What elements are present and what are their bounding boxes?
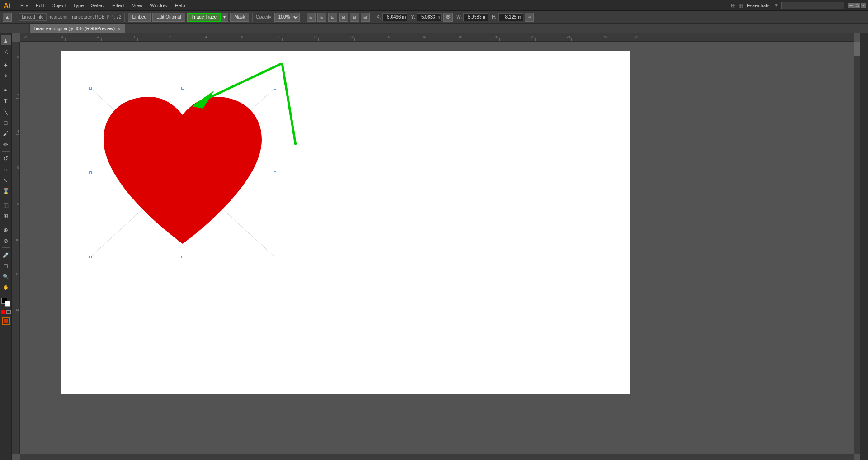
- constrain-icon[interactable]: ✂: [525, 13, 534, 22]
- menu-select[interactable]: Select: [87, 2, 108, 9]
- color-selector[interactable]: [1, 297, 11, 307]
- canvas-content[interactable]: [20, 42, 854, 454]
- reflect-tool[interactable]: ↔: [1, 164, 11, 174]
- artboard-icon[interactable]: [2, 317, 10, 325]
- menu-type[interactable]: Type: [70, 2, 88, 9]
- ruler-tick-h-3: [137, 38, 138, 41]
- menubar: Ai File Edit Object Type Select Effect V…: [0, 0, 868, 11]
- menu-edit[interactable]: Edit: [32, 2, 48, 9]
- fill-indicator[interactable]: [1, 310, 5, 314]
- link-icon[interactable]: ⛓: [443, 13, 453, 22]
- heart-image: [90, 88, 275, 257]
- align-icon-5[interactable]: ⊟: [350, 13, 359, 22]
- pencil-tool[interactable]: ✏: [1, 139, 11, 149]
- close-button[interactable]: ×: [861, 3, 866, 8]
- gradient-tool[interactable]: ◫: [1, 200, 11, 210]
- zoom-tool[interactable]: 🔍: [1, 271, 11, 281]
- ruler-mark-h-11: 16: [422, 35, 426, 38]
- opacity-select[interactable]: 100% 75% 50%: [274, 13, 300, 22]
- align-icon-2[interactable]: ⊟: [317, 13, 326, 22]
- ruler-mark-h-2: -2: [97, 35, 99, 38]
- panel-right: [860, 33, 868, 460]
- arrange-icon[interactable]: ⊞: [731, 2, 736, 9]
- background-color[interactable]: [5, 301, 10, 307]
- scroll-thumb-right[interactable]: [854, 42, 860, 56]
- blend-tool[interactable]: ⊕: [1, 225, 11, 235]
- canvas-area: -6 -4 -2 0 2 4 6 8 10 12 14: [12, 33, 860, 460]
- mesh-tool[interactable]: ⊞: [1, 211, 11, 221]
- menu-effect[interactable]: Effect: [108, 2, 128, 9]
- menu-help[interactable]: Help: [171, 2, 189, 9]
- tab-close-button[interactable]: ×: [118, 26, 120, 32]
- image-trace-button[interactable]: Image Trace: [187, 13, 222, 22]
- fill-stroke-row: [1, 310, 11, 314]
- scale-tool[interactable]: ⤡: [1, 175, 11, 185]
- ruler-tick-h-2: [101, 38, 102, 41]
- linked-file-label: Linked File: [19, 13, 47, 21]
- align-icon-4[interactable]: ⊠: [339, 13, 348, 22]
- workspace-selector[interactable]: Essentials: [747, 3, 769, 8]
- line-tool[interactable]: ╲: [1, 107, 11, 117]
- toolbar-divider-3: [2, 151, 10, 152]
- ruler-mark-h-17: 28: [635, 35, 638, 38]
- ruler-tick-h-10: [391, 38, 391, 41]
- lasso-tool[interactable]: ⌖: [1, 71, 11, 81]
- x-label: X:: [377, 14, 381, 19]
- x-input[interactable]: [382, 13, 407, 21]
- menu-file[interactable]: File: [17, 2, 32, 9]
- document-tab[interactable]: heart-earrings.ai @ 80% (RGB/Preview) ×: [29, 24, 125, 33]
- stroke-indicator[interactable]: [6, 310, 11, 314]
- ruler-tick-h-14: [535, 38, 536, 41]
- image-trace-dropdown[interactable]: ▾: [221, 13, 228, 22]
- shaper-tool[interactable]: ⌛: [1, 186, 11, 196]
- ruler-mark-h-7: 8: [278, 35, 279, 38]
- eraser-tool[interactable]: ◻: [1, 261, 11, 270]
- align-icon-6[interactable]: ⊞: [361, 13, 370, 22]
- controlbar: ▲ Linked File heart.png Transparent RGB …: [0, 11, 868, 24]
- restore-button[interactable]: □: [854, 3, 860, 8]
- rotate-tool[interactable]: ↺: [1, 153, 11, 163]
- scrollbar-bottom[interactable]: [20, 454, 854, 460]
- edit-original-button[interactable]: Edit Original: [152, 13, 185, 22]
- menu-object[interactable]: Object: [48, 2, 70, 9]
- selection-tool[interactable]: ▲: [1, 35, 11, 45]
- grid-icon[interactable]: ▦: [738, 2, 743, 9]
- ruler-tick-h-16: [608, 38, 608, 41]
- ruler-tick-h-12: [463, 38, 463, 41]
- scrollbar-right[interactable]: [854, 42, 860, 454]
- image-object[interactable]: [90, 88, 275, 257]
- align-icon-1[interactable]: ⊞: [307, 13, 316, 22]
- eyedropper-tool[interactable]: 💉: [1, 250, 11, 260]
- magic-wand-tool[interactable]: ✦: [1, 60, 11, 70]
- ruler-mark-v-6: 12: [15, 272, 19, 275]
- toolbar-divider-4: [2, 198, 10, 198]
- direct-selection-tool[interactable]: ◁: [1, 46, 11, 56]
- menu-view[interactable]: View: [128, 2, 146, 9]
- select-tool-icon: ▲: [3, 13, 12, 22]
- pen-tool[interactable]: ✒: [1, 85, 11, 95]
- ruler-mark-h-8: 10: [314, 35, 317, 38]
- hand-tool[interactable]: ✋: [1, 282, 11, 292]
- chart-tool[interactable]: ⊘: [1, 236, 11, 246]
- ruler-tick-v-5: [16, 243, 19, 243]
- rect-tool[interactable]: □: [1, 118, 11, 128]
- ruler-mark-h-1: -4: [61, 35, 63, 38]
- ruler-mark-h-3: 0: [133, 35, 135, 38]
- type-tool[interactable]: T: [1, 96, 11, 106]
- ruler-mark-v-7: 14: [15, 308, 19, 312]
- w-input[interactable]: [463, 13, 488, 21]
- w-label: W:: [456, 14, 462, 19]
- mask-button[interactable]: Mask: [230, 13, 249, 22]
- ruler-tick-h-8: [318, 38, 319, 41]
- search-input[interactable]: [781, 2, 844, 9]
- ruler-tick-h-11: [427, 38, 427, 41]
- workspace-arrow[interactable]: ▼: [774, 3, 778, 8]
- paintbrush-tool[interactable]: 🖌: [1, 128, 11, 138]
- embed-button[interactable]: Embed: [128, 13, 151, 22]
- h-input[interactable]: [498, 13, 523, 21]
- ruler-tick-h-4: [174, 38, 174, 41]
- align-icon-3[interactable]: ⊡: [328, 13, 337, 22]
- minimize-button[interactable]: —: [848, 3, 854, 8]
- menu-window[interactable]: Window: [146, 2, 171, 9]
- y-input[interactable]: [417, 13, 442, 21]
